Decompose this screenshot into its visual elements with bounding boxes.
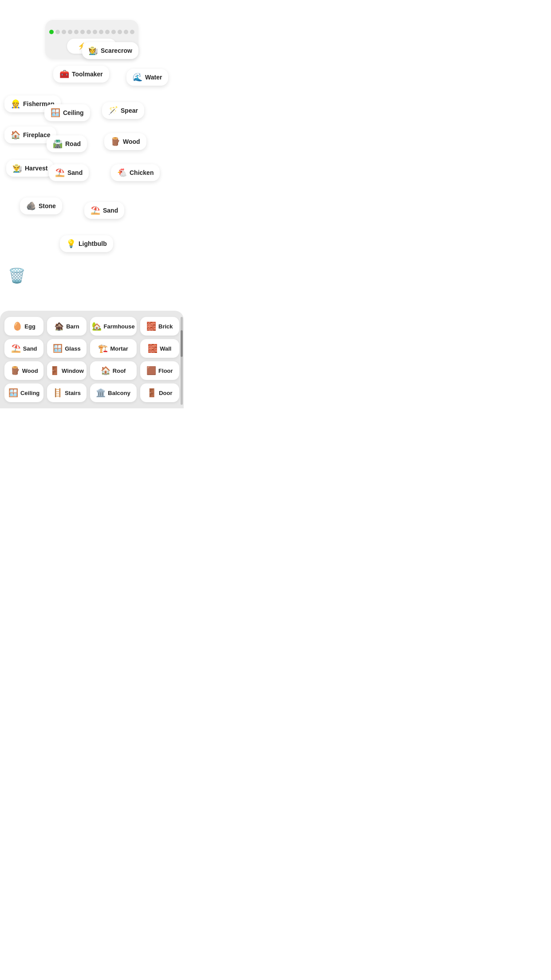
shelf-label-barn: Barn [66, 323, 79, 330]
shelf-item-egg[interactable]: 🥚Egg [4, 317, 43, 336]
shelf-emoji-farmhouse: 🏡 [92, 321, 102, 331]
shelf-label-door: Door [159, 390, 172, 396]
shelf-label-wood: Wood [22, 368, 38, 374]
shelf-label-farmhouse: Farmhouse [104, 323, 135, 330]
shelf-label-mortar: Mortar [110, 345, 128, 352]
chip-label-stone: Stone [39, 202, 56, 209]
progress-dot-13 [130, 30, 134, 34]
progress-dot-8 [99, 30, 103, 34]
chip-emoji-stone: 🪨 [26, 201, 36, 211]
shelf-label-wall: Wall [160, 345, 171, 352]
chip-label-lightbulb: Lightbulb [79, 240, 107, 247]
progress-dot-2 [62, 30, 66, 34]
craft-chip-ceiling[interactable]: 🪟Ceiling [44, 104, 90, 121]
shelf-emoji-egg: 🥚 [12, 321, 22, 331]
shelf-label-balcony: Balcony [108, 390, 130, 396]
craft-chip-road[interactable]: 🛣️Road [47, 135, 87, 152]
chip-emoji-sand1: ⛱️ [55, 168, 65, 178]
shelf-label-window: Window [62, 368, 84, 374]
shelf-item-farmhouse[interactable]: 🏡Farmhouse [90, 317, 137, 336]
chip-emoji-ceiling: 🪟 [51, 108, 60, 118]
craft-chip-sand1[interactable]: ⛱️Sand [49, 164, 89, 181]
scrollbar-thumb [181, 330, 183, 357]
shelf-item-window[interactable]: 🚪Window [47, 361, 86, 380]
chip-label-toolmaker: Toolmaker [72, 71, 103, 78]
chip-label-sand1: Sand [67, 169, 83, 176]
chip-label-harvest: Harvest [25, 165, 47, 172]
chip-label-road: Road [65, 140, 81, 147]
chip-label-ceiling: Ceiling [63, 109, 84, 116]
shelf-label-glass: Glass [65, 345, 80, 352]
progress-dot-6 [87, 30, 91, 34]
craft-chip-stone[interactable]: 🪨Stone [20, 198, 62, 214]
shelf-emoji-door: 🚪 [147, 388, 157, 398]
shelf-item-door[interactable]: 🚪Door [140, 383, 179, 402]
craft-chip-lightbulb[interactable]: 💡Lightbulb [60, 235, 113, 252]
trash-icon[interactable]: 🗑️ [8, 267, 26, 284]
craft-chip-sand2[interactable]: ⛱️Sand [84, 202, 124, 219]
shelf-item-wall[interactable]: 🧱Wall [140, 339, 179, 358]
chip-label-fireplace: Fireplace [23, 131, 50, 138]
chip-emoji-fisherman: 👷 [11, 99, 20, 109]
bottom-shelf: 🥚Egg🏚️Barn🏡Farmhouse🧱Brick⛱️Sand🪟Glass🏗️… [0, 311, 184, 408]
shelf-item-balcony[interactable]: 🏛️Balcony [90, 383, 137, 402]
shelf-emoji-window: 🚪 [50, 366, 59, 375]
shelf-item-floor[interactable]: 🟫Floor [140, 361, 179, 380]
chip-label-water: Water [145, 74, 162, 81]
chip-label-chicken: Chicken [130, 169, 153, 176]
shelf-emoji-balcony: 🏛️ [96, 388, 106, 398]
progress-dot-1 [55, 30, 60, 34]
shelf-label-floor: Floor [158, 368, 173, 374]
chip-emoji-harvest: 👨‍🌾 [12, 163, 22, 173]
shelf-emoji-wall: 🧱 [148, 344, 157, 353]
shelf-emoji-glass: 🪟 [53, 344, 63, 353]
chip-emoji-toolmaker: 🧰 [59, 69, 69, 79]
chip-emoji-scarecrow: 🧑‍🌾 [88, 46, 98, 55]
craft-chip-wood[interactable]: 🪵Wood [104, 133, 146, 150]
shelf-label-sand: Sand [23, 345, 37, 352]
shelf-label-brick: Brick [158, 323, 173, 330]
shelf-item-wood[interactable]: 🪵Wood [4, 361, 43, 380]
progress-dot-7 [93, 30, 97, 34]
shelf-grid: 🥚Egg🏚️Barn🏡Farmhouse🧱Brick⛱️Sand🪟Glass🏗️… [4, 317, 179, 402]
craft-chip-harvest[interactable]: 👨‍🌾Harvest [6, 160, 54, 177]
progress-dot-3 [68, 30, 72, 34]
shelf-item-stairs[interactable]: 🪜Stairs [47, 383, 86, 402]
chip-label-sand2: Sand [103, 207, 118, 214]
shelf-item-glass[interactable]: 🪟Glass [47, 339, 86, 358]
craft-chip-chicken[interactable]: 🐔Chicken [111, 164, 160, 181]
progress-dots [49, 30, 134, 34]
chip-emoji-wood: 🪵 [110, 137, 120, 146]
chip-emoji-spear: 🪄 [108, 106, 118, 115]
shelf-label-roof: Roof [113, 368, 126, 374]
shelf-item-mortar[interactable]: 🏗️Mortar [90, 339, 137, 358]
chip-emoji-road: 🛣️ [53, 139, 63, 149]
scrollbar[interactable] [181, 317, 183, 405]
shelf-emoji-barn: 🏚️ [54, 321, 64, 331]
progress-dot-11 [118, 30, 122, 34]
craft-chip-water[interactable]: 🌊Water [126, 69, 168, 86]
shelf-emoji-sand: ⛱️ [11, 344, 21, 353]
shelf-emoji-roof: 🏠 [101, 366, 110, 375]
chip-emoji-chicken: 🐔 [117, 168, 127, 178]
chip-label-spear: Spear [121, 107, 138, 114]
shelf-item-barn[interactable]: 🏚️Barn [47, 317, 86, 336]
shelf-item-sand[interactable]: ⛱️Sand [4, 339, 43, 358]
progress-dot-9 [105, 30, 110, 34]
chip-label-scarecrow: Scarecrow [101, 47, 132, 54]
shelf-item-brick[interactable]: 🧱Brick [140, 317, 179, 336]
chip-emoji-fireplace: 🏠 [11, 130, 20, 140]
craft-chip-scarecrow[interactable]: 🧑‍🌾Scarecrow [82, 42, 138, 59]
shelf-label-stairs: Stairs [65, 390, 81, 396]
craft-chip-toolmaker[interactable]: 🧰Toolmaker [53, 66, 109, 83]
shelf-emoji-brick: 🧱 [146, 321, 156, 331]
shelf-emoji-mortar: 🏗️ [98, 344, 108, 353]
shelf-item-roof[interactable]: 🏠Roof [90, 361, 137, 380]
shelf-label-ceiling: Ceiling [20, 390, 39, 396]
shelf-item-ceiling[interactable]: 🪟Ceiling [4, 383, 43, 402]
progress-dot-5 [80, 30, 85, 34]
shelf-emoji-stairs: 🪜 [53, 388, 63, 398]
chip-emoji-lightbulb: 💡 [66, 239, 76, 249]
chip-emoji-sand2: ⛱️ [91, 205, 100, 215]
craft-chip-spear[interactable]: 🪄Spear [102, 102, 144, 119]
